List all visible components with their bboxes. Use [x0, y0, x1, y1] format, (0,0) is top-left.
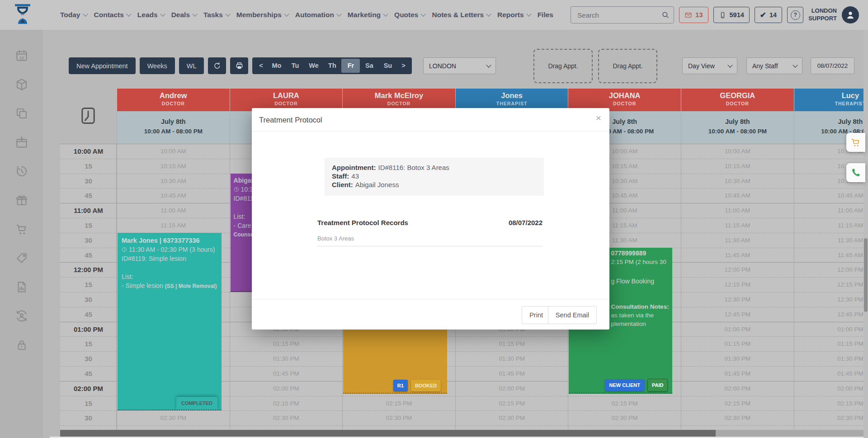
calendar-cell[interactable]: 10:30 AM	[117, 174, 230, 188]
date-picker[interactable]: 08/07/2022	[811, 57, 854, 74]
nav-item-contacts[interactable]: Contacts	[94, 11, 131, 19]
calendar-cell[interactable]: 11:45 AM	[681, 248, 794, 263]
record-item[interactable]: Botox 3 Areas	[317, 235, 542, 246]
calendar-cell[interactable]: 12:45 PM	[794, 307, 868, 322]
brand-logo-icon[interactable]	[14, 4, 32, 26]
calendar-cell[interactable]: 12:45 PM	[681, 307, 794, 322]
calendar-cell[interactable]: 10:45 AM	[681, 188, 794, 203]
calendar-cell[interactable]: 02:15 PM	[568, 396, 681, 411]
calendar-cell[interactable]: 01:45 PM	[794, 366, 868, 381]
calendar-cell[interactable]: 11:45 AM	[794, 248, 868, 263]
calendar-cell[interactable]: 01:45 PM	[230, 366, 343, 381]
print-calendar-button[interactable]	[230, 57, 248, 74]
calendar-cell[interactable]: 01:45 PM	[681, 366, 794, 381]
calendar-cell[interactable]: 11:15 AM	[794, 218, 868, 233]
drag-appointment-slot-2[interactable]: Drag Appt.	[598, 49, 657, 83]
calendar-cell[interactable]: 11:30 AM	[681, 233, 794, 248]
day-sa[interactable]: Sa	[360, 59, 378, 73]
nav-item-reports[interactable]: Reports	[497, 11, 531, 19]
appointment-mark-jones[interactable]: Mark Jones | 6373377336 11:30 AM - 02:30…	[118, 233, 222, 411]
day-su[interactable]: Su	[378, 59, 397, 73]
calendar-cell[interactable]: 01:15 PM	[456, 336, 568, 351]
horizontal-scrollbar-thumb[interactable]	[60, 430, 716, 437]
calendar-cell[interactable]: 01:00 PM	[681, 322, 794, 337]
help-button[interactable]: ?	[787, 7, 803, 23]
mail-badge[interactable]: 13	[679, 7, 708, 23]
send-email-button[interactable]: Send Email	[548, 306, 597, 324]
calendar-cell[interactable]: 11:00 AM	[117, 203, 230, 218]
calendar-cell[interactable]: 02:00 PM	[794, 381, 868, 396]
calendar-cell[interactable]: 01:15 PM	[794, 336, 868, 351]
calendar-cell[interactable]: 01:45 PM	[456, 366, 568, 381]
horizontal-scrollbar[interactable]	[60, 430, 863, 437]
calendar-cell[interactable]: 02:30 PM	[456, 410, 568, 425]
drag-appointment-slot-1[interactable]: Drag Appt.	[533, 49, 593, 83]
sidebar-item-gift[interactable]	[15, 193, 28, 207]
avatar[interactable]	[842, 6, 859, 24]
calendar-cell[interactable]: 12:15 PM	[794, 277, 868, 292]
nav-item-today[interactable]: Today	[60, 11, 87, 19]
nav-item-tasks[interactable]: Tasks	[203, 11, 230, 19]
calendar-cell[interactable]: 01:15 PM	[230, 336, 343, 351]
calendar-cell[interactable]: 12:00 PM	[794, 262, 868, 277]
cart-floating-button[interactable]	[846, 133, 865, 152]
staff-select[interactable]: Any Staff	[746, 57, 802, 74]
day-we[interactable]: We	[304, 59, 323, 73]
refresh-button[interactable]	[208, 57, 226, 74]
nav-item-leads[interactable]: Leads	[137, 11, 165, 19]
sidebar-item-package[interactable]	[15, 78, 28, 91]
calendar-cell[interactable]: 10:15 AM	[117, 159, 230, 174]
nav-item-deals[interactable]: Deals	[171, 11, 197, 19]
calendar-cell[interactable]: 02:15 PM	[230, 396, 343, 411]
sidebar-item-calendar[interactable]: 12	[15, 49, 28, 62]
day-next[interactable]: >	[397, 59, 410, 73]
calendar-cell[interactable]: 12:30 PM	[794, 292, 868, 307]
new-appointment-button[interactable]: New Appointment	[69, 57, 136, 74]
sidebar-item-copy[interactable]	[15, 107, 28, 120]
weeks-button[interactable]: Weeks	[140, 57, 175, 74]
phone-badge[interactable]: 5914	[713, 7, 750, 23]
day-th[interactable]: Th	[323, 59, 341, 73]
location-select[interactable]: LONDON	[423, 57, 496, 74]
calendar-cell[interactable]: 01:30 PM	[681, 351, 794, 366]
calendar-cell[interactable]: 02:00 PM	[681, 381, 794, 396]
calendar-cell[interactable]: 02:15 PM	[794, 396, 868, 411]
tasks-badge[interactable]: ✔ 14	[755, 7, 782, 23]
nav-item-automation[interactable]: Automation	[295, 11, 341, 19]
close-icon[interactable]: ×	[596, 113, 601, 123]
nav-item-marketing[interactable]: Marketing	[348, 11, 387, 19]
sidebar-item-cart[interactable]	[15, 222, 28, 236]
calendar-cell[interactable]: 02:30 PM	[568, 410, 681, 425]
calendar-cell[interactable]: 01:00 PM	[794, 322, 868, 337]
calendar-cell[interactable]: 10:00 AM	[117, 144, 230, 159]
calendar-cell[interactable]: 11:00 AM	[794, 203, 868, 218]
calendar-cell[interactable]: 10:15 AM	[681, 159, 794, 174]
calendar-cell[interactable]: 01:30 PM	[456, 351, 568, 366]
calendar-cell[interactable]: 11:15 AM	[117, 218, 230, 233]
calendar-cell[interactable]: 02:30 PM	[343, 410, 455, 425]
calendar-cell[interactable]: 12:15 PM	[681, 277, 794, 292]
search-box[interactable]	[571, 6, 674, 24]
calendar-cell[interactable]: 02:15 PM	[343, 396, 455, 411]
view-select[interactable]: Day View	[682, 57, 737, 74]
calendar-cell[interactable]: 12:30 PM	[681, 292, 794, 307]
calendar-cell[interactable]: 02:00 PM	[456, 381, 568, 396]
calendar-cell[interactable]: 10:00 AM	[681, 144, 794, 159]
sidebar-item-calendar-import[interactable]	[15, 136, 28, 149]
search-input[interactable]	[576, 11, 661, 19]
calendar-cell[interactable]: 02:30 PM	[230, 410, 343, 425]
day-mo[interactable]: Mo	[267, 59, 286, 73]
phone-floating-button[interactable]	[846, 163, 865, 182]
calendar-cell[interactable]: 11:15 AM	[681, 218, 794, 233]
vertical-scrollbar-thumb[interactable]	[864, 238, 868, 312]
calendar-cell[interactable]: 10:45 AM	[117, 188, 230, 203]
calendar-cell[interactable]: 10:45 AM	[794, 188, 868, 203]
vertical-scrollbar[interactable]	[863, 30, 868, 438]
sidebar-item-tag[interactable]	[15, 251, 28, 265]
calendar-cell[interactable]: 12:00 PM	[681, 262, 794, 277]
calendar-cell[interactable]: 11:00 AM	[681, 203, 794, 218]
calendar-cell[interactable]: 01:30 PM	[230, 351, 343, 366]
calendar-cell[interactable]: 11:30 AM	[794, 233, 868, 248]
calendar-cell[interactable]: 02:30 PM	[794, 410, 868, 425]
day-fr[interactable]: Fr	[341, 59, 360, 73]
